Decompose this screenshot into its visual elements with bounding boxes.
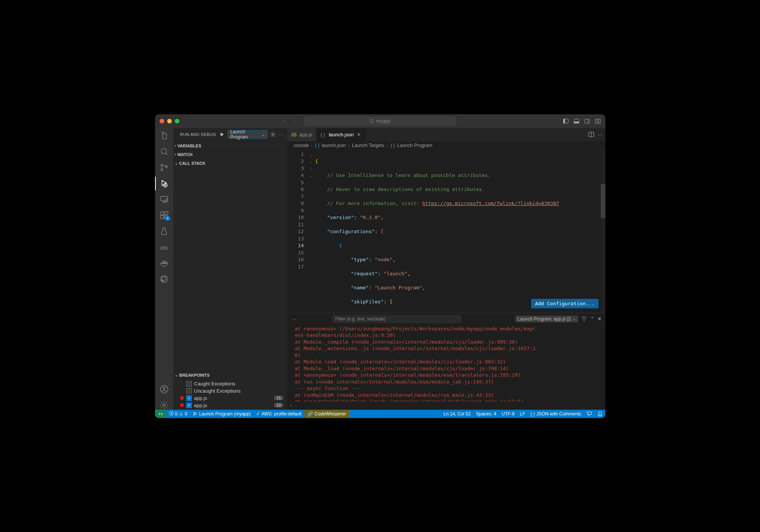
bp-caught-exceptions[interactable]: Caught Exceptions [173, 380, 287, 387]
svg-point-26 [163, 387, 165, 389]
explorer-icon[interactable] [160, 131, 169, 140]
debug-console-panel: ··· Filter (e.g. text, !exclude) Launch … [287, 313, 605, 410]
console-filter-input[interactable]: Filter (e.g. text, !exclude) [332, 315, 461, 323]
add-configuration-button[interactable]: Add Configuration... [531, 299, 598, 308]
close-window-icon[interactable] [160, 119, 164, 123]
checkbox[interactable]: ✓ [186, 395, 192, 401]
status-debug-target[interactable]: Launch Program (myapp) [190, 410, 253, 418]
minimap[interactable] [601, 150, 605, 313]
source-control-icon[interactable] [160, 163, 169, 172]
maximize-window-icon[interactable] [175, 119, 179, 123]
status-feedback-icon[interactable] [584, 411, 595, 417]
editor-more-icon[interactable]: ··· [598, 132, 602, 137]
status-eol[interactable]: LF [517, 411, 528, 417]
svg-rect-7 [598, 119, 600, 123]
filter-icon[interactable] [581, 316, 587, 322]
svg-point-10 [161, 169, 163, 170]
status-notifications-icon[interactable] [595, 411, 605, 417]
status-errors[interactable]: ⓧ 0 ⚠ 0 [166, 410, 190, 418]
breakpoint-item[interactable]: ✓app.js19 [173, 402, 287, 409]
sidebar-title: RUN AND DEBUG [180, 132, 217, 137]
debug-settings-icon[interactable] [270, 131, 276, 137]
layout-panel-right-icon[interactable] [584, 118, 590, 124]
extensions-icon[interactable]: 5 [160, 211, 169, 220]
start-debug-button[interactable] [218, 131, 225, 138]
status-aws[interactable]: ✓ AWS: profile:default [253, 410, 304, 418]
accounts-icon[interactable] [160, 385, 169, 394]
fold-gutter[interactable]: ⌄⌄⌄⌄ [310, 150, 315, 313]
minimize-window-icon[interactable] [167, 119, 172, 123]
status-language-mode[interactable]: { } JSON with Comments [528, 411, 584, 417]
section-watch[interactable]: ›WATCH [173, 150, 287, 159]
tab-app-js[interactable]: JSapp.js [287, 128, 317, 141]
section-callstack[interactable]: ⌄CALL STACK [173, 159, 287, 167]
layout-panel-bottom-icon[interactable] [573, 118, 580, 124]
svg-point-27 [163, 404, 165, 406]
editor-group: JSapp.js { }launch.json✕ ··· .vscode› { … [287, 128, 605, 410]
svg-rect-16 [161, 216, 164, 219]
code-content: { // Use IntelliSense to learn about pos… [315, 150, 605, 313]
remote-explorer-icon[interactable] [160, 195, 169, 204]
search-icon [369, 119, 374, 123]
activity-bar: 5 aws [155, 128, 173, 410]
status-encoding[interactable]: UTF-8 [499, 411, 517, 417]
svg-rect-22 [163, 261, 164, 262]
debug-session-select[interactable]: Launch Program: app.js [2 ⌄ [515, 316, 578, 322]
nav-back-icon[interactable]: ← [282, 118, 287, 124]
breakpoint-dot-icon [180, 403, 184, 407]
debug-repl-prompt[interactable]: › [287, 401, 605, 410]
console-output[interactable]: at <anonymous> (/Users/sungkwang/Project… [287, 325, 605, 401]
status-cursor-position[interactable]: Ln 14, Col 52 [441, 411, 473, 417]
editor-tabs: JSapp.js { }launch.json✕ ··· [287, 128, 605, 141]
code-editor[interactable]: 1234567891011121314151617 ⌄⌄⌄⌄ { // Use … [287, 150, 605, 313]
debug-sidebar: RUN AND DEBUG Launch Program ⌄ ··· ›VARI… [173, 128, 287, 410]
github-icon[interactable] [160, 275, 169, 284]
testing-icon[interactable] [160, 227, 169, 236]
run-debug-icon[interactable] [160, 179, 169, 188]
svg-rect-23 [164, 261, 165, 262]
checkbox[interactable] [186, 381, 192, 387]
titlebar-layout-controls [563, 118, 601, 124]
breakpoint-dot-icon [180, 396, 184, 400]
layout-customize-icon[interactable] [595, 118, 601, 124]
status-indentation[interactable]: Spaces: 4 [473, 411, 499, 417]
svg-rect-13 [161, 196, 168, 201]
svg-point-9 [161, 164, 163, 166]
window-controls [160, 119, 179, 123]
svg-rect-18 [165, 212, 168, 215]
checkbox[interactable]: ✓ [186, 403, 192, 408]
search-icon[interactable] [160, 147, 169, 156]
titlebar: ← → myapp [155, 114, 605, 128]
search-text: myapp [376, 118, 391, 124]
svg-point-0 [370, 119, 373, 122]
close-tab-icon[interactable]: ✕ [356, 132, 362, 137]
svg-point-28 [272, 134, 274, 135]
svg-rect-6 [595, 119, 597, 123]
settings-gear-icon[interactable] [160, 401, 169, 410]
svg-point-8 [161, 148, 166, 154]
aws-icon[interactable]: aws [160, 243, 169, 252]
bp-uncaught-exceptions[interactable]: Uncaught Exceptions [173, 387, 287, 395]
command-center-search[interactable]: myapp [304, 117, 456, 126]
svg-rect-15 [161, 212, 164, 215]
section-variables[interactable]: ›VARIABLES [173, 142, 287, 150]
svg-rect-2 [563, 119, 565, 123]
section-breakpoints[interactable]: ⌄BREAKPOINTS [173, 371, 287, 379]
panel-more-icon[interactable]: ··· [291, 316, 298, 322]
layout-panel-left-icon[interactable] [563, 118, 569, 124]
nav-forward-icon[interactable]: → [292, 118, 297, 124]
svg-rect-4 [574, 122, 579, 123]
checkbox[interactable] [186, 388, 192, 394]
split-editor-icon[interactable] [588, 131, 594, 137]
docker-icon[interactable] [160, 259, 169, 268]
debug-more-icon[interactable]: ··· [278, 132, 284, 137]
vscode-window: ← → myapp 5 aws [155, 114, 605, 418]
breadcrumbs[interactable]: .vscode› { }launch.json› Launch Targets›… [287, 141, 605, 150]
debug-config-select[interactable]: Launch Program ⌄ [228, 130, 268, 139]
close-panel-icon[interactable]: ✕ [597, 316, 602, 322]
collapse-panel-icon[interactable]: ⌃ [590, 316, 594, 322]
remote-indicator[interactable] [155, 410, 166, 418]
tab-launch-json[interactable]: { }launch.json✕ [317, 128, 366, 141]
breakpoint-item[interactable]: ✓app.js15 [173, 395, 287, 402]
status-codewhisperer[interactable]: 🔗CodeWhisperer [304, 410, 349, 418]
